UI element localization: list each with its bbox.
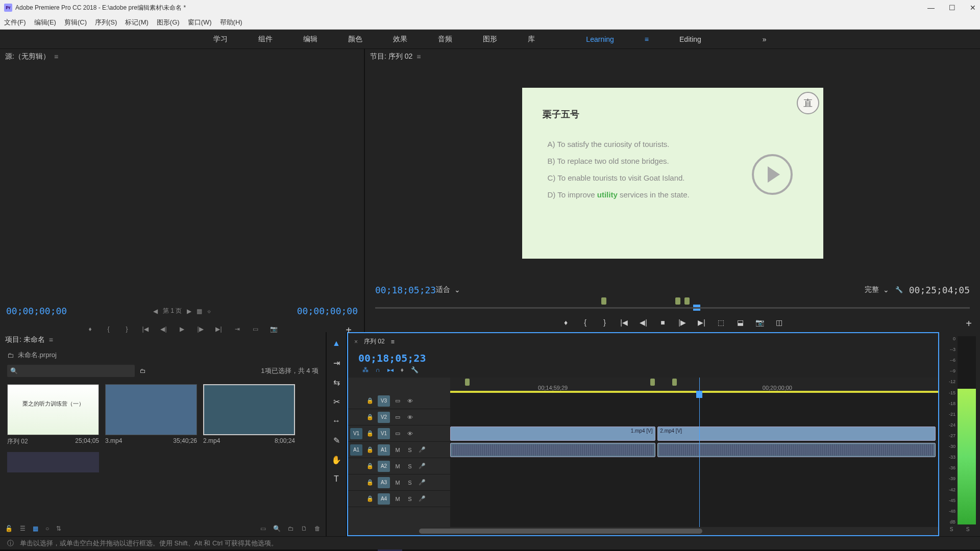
slip-tool-icon[interactable]: ↔ bbox=[330, 415, 342, 427]
workspace-audio[interactable]: 音频 bbox=[438, 35, 452, 44]
track-header-a4[interactable]: 🔒 A4 M S 🎤 bbox=[348, 491, 450, 507]
ripple-tool-icon[interactable]: ⇆ bbox=[330, 376, 342, 388]
project-bins[interactable]: 栗之的听力训练营（一） 序列 0225;04;05 3.mp435;40;26 … bbox=[0, 379, 326, 521]
timeline-close-icon[interactable]: × bbox=[354, 338, 358, 345]
audio-clip-1[interactable] bbox=[450, 443, 655, 457]
track-header-a1[interactable]: A1 🔒 A1 M S 🎤 bbox=[348, 442, 450, 458]
playhead-line[interactable] bbox=[699, 378, 700, 527]
export-frame-icon[interactable]: 📷 bbox=[755, 318, 765, 327]
workspace-effects[interactable]: 效果 bbox=[393, 35, 407, 44]
play-icon[interactable]: ▶ bbox=[178, 324, 187, 334]
timeline-marker-icon[interactable] bbox=[465, 379, 470, 386]
solo-left[interactable]: S bbox=[950, 527, 953, 532]
delete-icon[interactable]: 🗑 bbox=[314, 525, 321, 532]
page-prev-icon[interactable]: ◀ bbox=[153, 308, 158, 315]
track-header-v1[interactable]: V1 🔒 V1 ▭ 👁 bbox=[348, 425, 450, 442]
fit-dropdown[interactable]: 适合 ⌄ bbox=[436, 285, 460, 294]
track-header-a3[interactable]: 🔒 A3 M S 🎤 bbox=[348, 474, 450, 491]
mark-in-icon[interactable]: { bbox=[104, 324, 113, 334]
solo-right[interactable]: S bbox=[966, 527, 970, 532]
icon-view-icon[interactable]: ▦ bbox=[33, 525, 38, 532]
step-forward-icon[interactable]: |▶ bbox=[678, 318, 687, 327]
source-timecode-in[interactable]: 00;00;00;00 bbox=[6, 306, 67, 316]
workspace-graphics[interactable]: 图形 bbox=[483, 35, 497, 44]
track-header-v3[interactable]: 🔒 V3 ▭ 👁 bbox=[348, 393, 450, 409]
track-header-v2[interactable]: 🔒 V2 ▭ 👁 bbox=[348, 409, 450, 425]
go-to-in-icon[interactable]: |◀ bbox=[141, 324, 150, 334]
menu-clip[interactable]: 剪辑(C) bbox=[64, 18, 87, 27]
marker-icon[interactable] bbox=[601, 297, 606, 305]
timeline-tab-title[interactable]: 序列 02 bbox=[364, 337, 385, 346]
eye-icon[interactable]: 👁 bbox=[405, 396, 414, 406]
page-link-icon[interactable]: ⟐ bbox=[207, 308, 211, 315]
timeline-timecode[interactable]: 00;18;05;23 bbox=[358, 352, 426, 364]
timeline-menu-icon[interactable]: ≡ bbox=[391, 338, 395, 345]
marker-icon[interactable]: ♦ bbox=[401, 366, 404, 373]
workspace-edit[interactable]: 编辑 bbox=[303, 35, 317, 44]
project-panel-menu-icon[interactable]: ≡ bbox=[49, 336, 53, 344]
step-forward-icon[interactable]: |▶ bbox=[196, 324, 205, 334]
voiceover-icon[interactable]: 🎤 bbox=[418, 478, 427, 487]
insert-icon[interactable]: ⇥ bbox=[233, 324, 242, 334]
step-back-icon[interactable]: ◀| bbox=[639, 318, 648, 327]
add-marker-icon[interactable]: ♦ bbox=[86, 324, 95, 334]
lock-icon[interactable]: 🔒 bbox=[365, 462, 375, 471]
mute-button[interactable]: M bbox=[393, 462, 402, 471]
freeform-view-icon[interactable]: ○ bbox=[45, 525, 49, 532]
mute-button[interactable]: M bbox=[393, 478, 402, 487]
sort-icon[interactable]: ⇅ bbox=[56, 525, 61, 532]
go-to-in-icon[interactable]: |◀ bbox=[620, 318, 629, 327]
workspace-color[interactable]: 颜色 bbox=[348, 35, 362, 44]
lock-icon[interactable]: 🔒 bbox=[365, 494, 375, 504]
solo-button[interactable]: S bbox=[405, 462, 414, 471]
program-timecode-current[interactable]: 00;18;05;23 bbox=[375, 285, 436, 295]
mark-out-icon[interactable]: } bbox=[122, 324, 132, 334]
list-view-icon[interactable]: ☰ bbox=[20, 525, 26, 532]
menu-edit[interactable]: 编辑(E) bbox=[34, 18, 56, 27]
source-timecode-out[interactable]: 00;00;00;00 bbox=[297, 306, 358, 316]
voiceover-icon[interactable]: 🎤 bbox=[418, 462, 427, 471]
solo-button[interactable]: S bbox=[405, 445, 414, 455]
bin-item-3mp4[interactable]: 3.mp435;40;26 bbox=[105, 384, 197, 446]
timeline-tracks[interactable]: 00;14;59;29 00;20;00;00 1.mp4 [V] 2.mp4 … bbox=[450, 378, 938, 527]
source-patch-v1[interactable]: V1 bbox=[350, 428, 362, 439]
lock-icon[interactable]: 🔒 bbox=[365, 445, 375, 455]
lock-icon[interactable]: 🔒 bbox=[365, 396, 375, 406]
workspace-assembly[interactable]: 组件 bbox=[258, 35, 273, 44]
playhead-handle[interactable] bbox=[696, 391, 702, 398]
track-header-a2[interactable]: 🔒 A2 M S 🎤 bbox=[348, 458, 450, 474]
selection-tool-icon[interactable]: ▲ bbox=[330, 337, 342, 349]
project-search-input[interactable] bbox=[7, 365, 135, 377]
overwrite-icon[interactable]: ▭ bbox=[251, 324, 260, 334]
lock-icon[interactable]: 🔒 bbox=[365, 429, 375, 438]
menu-graphics[interactable]: 图形(G) bbox=[157, 18, 180, 27]
comparison-icon[interactable]: ◫ bbox=[775, 318, 784, 327]
add-button-icon[interactable]: + bbox=[966, 318, 972, 330]
time-ruler[interactable]: 00;14;59;29 00;20;00;00 bbox=[450, 378, 938, 393]
new-bin-button-icon[interactable]: 🗀 bbox=[288, 525, 294, 532]
hand-tool-icon[interactable]: ✋ bbox=[330, 454, 342, 466]
page-next-icon[interactable]: ▶ bbox=[187, 308, 191, 315]
mark-out-icon[interactable]: } bbox=[600, 318, 609, 327]
settings-icon[interactable]: 🔧 bbox=[411, 366, 419, 373]
video-clip-1[interactable]: 1.mp4 [V] bbox=[450, 427, 655, 441]
timeline-marker-icon[interactable] bbox=[650, 379, 655, 386]
add-marker-icon[interactable]: ♦ bbox=[561, 318, 571, 327]
maximize-button[interactable]: ☐ bbox=[949, 4, 955, 12]
step-back-icon[interactable]: ◀| bbox=[159, 324, 168, 334]
toggle-output-icon[interactable]: ▭ bbox=[393, 413, 402, 422]
track-select-tool-icon[interactable]: ⇥ bbox=[330, 357, 342, 369]
menu-file[interactable]: 文件(F) bbox=[4, 18, 26, 27]
bin-item-extra[interactable] bbox=[7, 452, 99, 472]
bin-item-2mp4[interactable]: 2.mp48;00;24 bbox=[203, 384, 295, 446]
toggle-output-icon[interactable]: ▭ bbox=[393, 429, 402, 438]
marker-icon[interactable] bbox=[684, 297, 690, 305]
workspace-overflow-icon[interactable]: » bbox=[763, 35, 767, 43]
page-grid-icon[interactable]: ▦ bbox=[197, 308, 202, 315]
add-button-icon[interactable]: + bbox=[346, 324, 352, 336]
close-button[interactable]: ✕ bbox=[970, 4, 976, 12]
wrench-icon[interactable]: 🔧 bbox=[895, 286, 903, 293]
add-marker-timeline-icon[interactable]: ▸◂ bbox=[387, 366, 394, 373]
program-scrubber[interactable] bbox=[375, 297, 970, 313]
source-patch-a1[interactable]: A1 bbox=[350, 444, 362, 456]
